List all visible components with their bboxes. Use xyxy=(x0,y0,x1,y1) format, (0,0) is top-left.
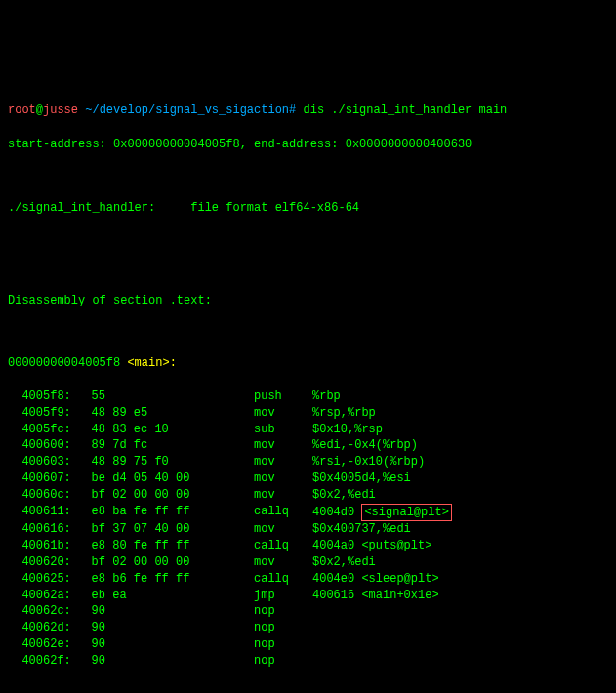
asm-operand: %rbp xyxy=(312,388,608,405)
asm-addr: 4005fc: xyxy=(8,422,70,438)
asm-mnemonic: push xyxy=(254,388,312,405)
asm-mnemonic: callq xyxy=(254,571,312,588)
asm-addr: 4005f8: xyxy=(8,388,70,405)
addr-range-line: start-address: 0x00000000004005f8, end-a… xyxy=(8,137,608,153)
asm-addr: 400611: xyxy=(8,504,70,522)
asm-hex: e8 b6 fe ff ff xyxy=(70,571,254,588)
asm-hex: 89 7d fc xyxy=(70,437,254,454)
asm-hex: bf 02 00 00 00 xyxy=(70,487,254,504)
asm-row: 400603: 48 89 75 f0mov%rsi,-0x10(%rbp) xyxy=(8,454,608,470)
asm-addr: 40062f: xyxy=(8,653,70,670)
asm-addr: 400603: xyxy=(8,454,70,470)
asm-operand: $0x2,%edi xyxy=(312,487,608,504)
asm-hex: e8 80 fe ff ff xyxy=(70,538,254,554)
asm-mnemonic: sub xyxy=(254,422,312,438)
asm-mnemonic: mov xyxy=(254,405,312,422)
asm-addr: 400625: xyxy=(8,571,70,588)
asm-operand: $0x400737,%edi xyxy=(312,521,608,538)
asm-row: 400616: bf 37 07 40 00mov$0x400737,%edi xyxy=(8,521,608,538)
asm-hex: bf 37 07 40 00 xyxy=(70,521,254,538)
asm-hex: 90 xyxy=(70,636,254,653)
asm-operand: 4004a0 <puts@plt> xyxy=(312,538,608,554)
asm-row: 40062e: 90nop xyxy=(8,636,608,653)
asm-addr: 40061b: xyxy=(8,538,70,554)
func-header: 00000000004005f8 <main>: xyxy=(8,355,608,372)
prompt-cmd: dis ./signal_int_handler main xyxy=(303,103,507,117)
asm-operand: %edi,-0x4(%rbp) xyxy=(312,437,608,454)
asm-operand: 4004d0 <signal@plt> xyxy=(312,504,608,522)
asm-addr: 40062e: xyxy=(8,636,70,653)
asm-mnemonic: mov xyxy=(254,554,312,571)
start-addr-label: start-address: xyxy=(8,138,106,151)
asm-row: 400600: 89 7d fcmov%edi,-0x4(%rbp) xyxy=(8,437,608,454)
asm-hex: 90 xyxy=(70,603,254,620)
asm-row: 40060c: bf 02 00 00 00mov$0x2,%edi xyxy=(8,487,608,504)
asm-operand xyxy=(312,620,608,636)
asm-row: 40062a: eb eajmp400616 <main+0x1e> xyxy=(8,588,608,604)
func-name: <main>: xyxy=(127,356,176,370)
asm-addr: 40062c: xyxy=(8,603,70,620)
asm-hex: bf 02 00 00 00 xyxy=(70,554,254,571)
highlighted-symbol: <signal@plt> xyxy=(361,504,451,522)
asm-hex: e8 ba fe ff ff xyxy=(70,504,254,522)
asm-mnemonic: mov xyxy=(254,487,312,504)
asm-operand xyxy=(312,653,608,670)
asm-operand: 4004e0 <sleep@plt> xyxy=(312,571,608,588)
asm-hex: be d4 05 40 00 xyxy=(70,470,254,487)
prompt-host: jusse xyxy=(43,103,78,117)
asm-row: 40062c: 90nop xyxy=(8,603,608,620)
asm-operand: %rsi,-0x10(%rbp) xyxy=(312,454,608,470)
asm-hex: 55 xyxy=(70,388,254,405)
file-format-line: ./signal_int_handler: file format elf64-… xyxy=(8,200,608,217)
asm-addr: 400607: xyxy=(8,470,70,487)
terminal-output: root@jusse ~/develop/signal_vs_sigaction… xyxy=(8,69,608,693)
asm-row: 4005f9: 48 89 e5mov%rsp,%rbp xyxy=(8,405,608,422)
asm-hex: 48 89 75 f0 xyxy=(70,454,254,470)
asm-mnemonic: mov xyxy=(254,454,312,470)
asm-row: 40062d: 90nop xyxy=(8,620,608,636)
asm-operand: 400616 <main+0x1e> xyxy=(312,588,608,604)
asm-hex: 90 xyxy=(70,620,254,636)
asm-mnemonic: callq xyxy=(254,504,312,522)
func-addr: 00000000004005f8 xyxy=(8,356,120,370)
start-addr: 0x00000000004005f8, xyxy=(113,138,247,151)
asm-addr: 400620: xyxy=(8,554,70,571)
asm-addr: 400600: xyxy=(8,437,70,454)
disasm-section-header: Disassembly of section .text: xyxy=(8,293,608,309)
asm-operand xyxy=(312,636,608,653)
asm-addr: 4005f9: xyxy=(8,405,70,422)
asm-hex: 48 83 ec 10 xyxy=(70,422,254,438)
asm-mnemonic: mov xyxy=(254,521,312,538)
prompt-user: root xyxy=(8,103,36,117)
asm-row: 40061b: e8 80 fe ff ffcallq4004a0 <puts@… xyxy=(8,538,608,554)
asm-operand: $0x2,%edi xyxy=(312,554,608,571)
asm-mnemonic: nop xyxy=(254,636,312,653)
asm-mnemonic: jmp xyxy=(254,588,312,604)
asm-addr: 40062d: xyxy=(8,620,70,636)
asm-mnemonic: mov xyxy=(254,437,312,454)
asm-addr: 40062a: xyxy=(8,588,70,604)
asm-addr: 40060c: xyxy=(8,487,70,504)
prompt-line-1: root@jusse ~/develop/signal_vs_sigaction… xyxy=(8,102,608,119)
asm-operand: $0x4005d4,%esi xyxy=(312,470,608,487)
asm-row: 400611: e8 ba fe ff ffcallq4004d0 <signa… xyxy=(8,504,608,522)
end-addr: 0x0000000000400630 xyxy=(346,138,472,151)
asm-row: 400625: e8 b6 fe ff ffcallq4004e0 <sleep… xyxy=(8,571,608,588)
asm-operand: $0x10,%rsp xyxy=(312,422,608,438)
end-addr-label: end-address: xyxy=(254,138,338,151)
asm-hex: 90 xyxy=(70,653,254,670)
asm-row: 4005f8: 55push%rbp xyxy=(8,388,608,405)
prompt-path: ~/develop/signal_vs_sigaction xyxy=(85,103,289,117)
asm-row: 4005fc: 48 83 ec 10sub$0x10,%rsp xyxy=(8,422,608,438)
asm-hex: eb ea xyxy=(70,588,254,604)
asm-addr: 400616: xyxy=(8,521,70,538)
asm-row: 400607: be d4 05 40 00mov$0x4005d4,%esi xyxy=(8,470,608,487)
asm-mnemonic: nop xyxy=(254,603,312,620)
asm-mnemonic: nop xyxy=(254,653,312,670)
asm-mnemonic: mov xyxy=(254,470,312,487)
prompt-hash: # xyxy=(289,103,296,117)
asm-mnemonic: nop xyxy=(254,620,312,636)
asm-operand xyxy=(312,603,608,620)
asm-operand: %rsp,%rbp xyxy=(312,405,608,422)
asm-row: 400620: bf 02 00 00 00mov$0x2,%edi xyxy=(8,554,608,571)
